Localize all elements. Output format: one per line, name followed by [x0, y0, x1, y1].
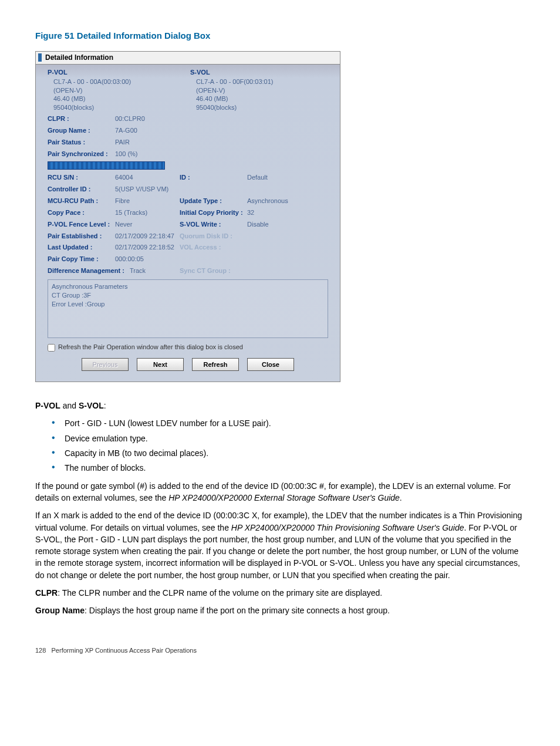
- update-type-value: Asynchronous: [247, 197, 300, 206]
- initial-copy-priority-value: 32: [247, 208, 300, 218]
- group-name-text: : Displays the host group name if the po…: [85, 606, 390, 615]
- diff-management-label: Difference Management :: [48, 266, 130, 276]
- button-row: Previous Next Refresh Close: [48, 358, 328, 371]
- close-button[interactable]: Close: [247, 358, 294, 371]
- clpr-value: 00:CLPR0: [115, 114, 180, 124]
- svol-label: S-VOL: [190, 68, 328, 77]
- pvol-bold: P-VOL: [35, 401, 60, 410]
- svol-write-value: Disable: [247, 220, 300, 229]
- clpr-label: CLPR :: [48, 114, 115, 124]
- async-line3: Error Level :Group: [52, 300, 324, 309]
- title-marker-icon: [38, 53, 42, 62]
- id-value: Default: [247, 173, 300, 183]
- vol-access-label: VOL Access :: [180, 243, 247, 252]
- pair-status-value: PAIR: [115, 138, 180, 147]
- refresh-checkbox[interactable]: [48, 344, 55, 352]
- pvol-and: and: [60, 401, 79, 410]
- pair-copy-time-value: 000:00:05: [115, 255, 180, 264]
- pvol-svol-bullets: Port - GID - LUN (lowest LDEV number for…: [49, 417, 525, 474]
- pair-copy-time-label: Pair Copy Time :: [48, 255, 115, 264]
- sync-ct-group-label: Sync CT Group :: [180, 266, 247, 276]
- controller-id-value: 5(USP V/USP VM): [115, 185, 180, 194]
- id-label: ID :: [180, 173, 247, 183]
- pvol-svol-heading: P-VOL and S-VOL:: [35, 400, 525, 411]
- next-button[interactable]: Next: [137, 358, 184, 371]
- page-number: 128: [35, 647, 46, 654]
- footer-text: Performing XP Continuous Access Pair Ope…: [52, 647, 197, 654]
- group-name-para: Group Name: Displays the host group name…: [35, 605, 525, 616]
- copy-pace-value: 15 (Tracks): [115, 208, 180, 218]
- mcu-rcu-path-value: Fibre: [115, 197, 180, 206]
- svol-line1: CL7-A - 00 - 00F(00:03:01): [190, 77, 328, 86]
- controller-id-label: Controller ID :: [48, 185, 115, 194]
- pvol-line4: 95040(blocks): [48, 103, 188, 112]
- update-type-label: Update Type :: [180, 197, 247, 206]
- mcu-rcu-path-label: MCU-RCU Path :: [48, 197, 115, 206]
- para1b-italic: HP XP24000/XP20000 External Storage Soft…: [168, 493, 400, 502]
- pair-sync-label: Pair Synchronized :: [48, 150, 115, 159]
- pvol-fence-level-value: Never: [115, 220, 180, 229]
- pair-sync-value: 100 (%): [115, 150, 180, 159]
- diff-management-value: Track: [130, 266, 180, 276]
- rcu-sn-label: RCU S/N :: [48, 173, 115, 183]
- list-item: The number of blocks.: [49, 462, 525, 474]
- para2b-italic: HP XP24000/XP20000 Thin Provisioning Sof…: [231, 523, 464, 532]
- dialog-content: P-VOL CL7-A - 00 - 00A(00:03:00) (OPEN-V…: [36, 65, 340, 371]
- title-bar: Detailed Information: [36, 52, 340, 65]
- pair-status-label: Pair Status :: [48, 138, 115, 147]
- quorum-disk-id-label: Quorum Disk ID :: [180, 232, 247, 241]
- svol-bold: S-VOL: [79, 401, 104, 410]
- clpr-para: CLPR: The CLPR number and the CLPR name …: [35, 587, 525, 599]
- figure-caption: Figure 51 Detailed Information Dialog Bo…: [35, 29, 525, 42]
- volume-header-row: P-VOL CL7-A - 00 - 00A(00:03:00) (OPEN-V…: [48, 68, 328, 112]
- initial-copy-priority-label: Initial Copy Priority :: [180, 208, 247, 218]
- rcu-sn-value: 64004: [115, 173, 180, 183]
- svol-line2: (OPEN-V): [190, 86, 328, 95]
- dialog-title: Detailed Information: [45, 53, 113, 63]
- async-line1: Asynchronous Parameters: [52, 282, 324, 291]
- pair-established-label: Pair Established :: [48, 232, 115, 241]
- previous-button: Previous: [82, 358, 129, 371]
- svol-write-label: S-VOL Write :: [180, 220, 247, 229]
- detailed-information-dialog: Detailed Information P-VOL CL7-A - 00 - …: [35, 51, 340, 382]
- list-item: Device emulation type.: [49, 433, 525, 444]
- clpr-text: : The CLPR number and the CLPR name of t…: [58, 588, 382, 598]
- page-footer: 128 Performing XP Continuous Access Pair…: [35, 646, 525, 656]
- refresh-checkbox-label: Refresh the Pair Operation window after …: [58, 343, 243, 352]
- svol-line4: 95040(blocks): [190, 103, 328, 112]
- external-volume-para: If the pound or gate symbol (#) is added…: [35, 480, 525, 504]
- list-item: Capacity in MB (to two decimal places).: [49, 447, 525, 459]
- pvol-line1: CL7-A - 00 - 00A(00:03:00): [48, 77, 188, 86]
- copy-pace-label: Copy Pace :: [48, 208, 115, 218]
- last-updated-value: 02/17/2009 22:18:52: [115, 243, 180, 252]
- refresh-checkbox-row[interactable]: Refresh the Pair Operation window after …: [48, 343, 328, 352]
- clpr-bold: CLPR: [35, 588, 58, 598]
- group-name-value: 7A-G00: [115, 126, 180, 136]
- pvol-line3: 46.40 (MB): [48, 94, 188, 103]
- pvol-colon: :: [104, 401, 106, 410]
- async-parameters-box: Asynchronous Parameters CT Group :3F Err…: [48, 279, 328, 338]
- sync-progress-bar: [48, 161, 328, 170]
- pvol-fence-level-label: P-VOL Fence Level :: [48, 220, 115, 229]
- group-name-label: Group Name :: [48, 126, 115, 136]
- refresh-button[interactable]: Refresh: [192, 358, 239, 371]
- pvol-label: P-VOL: [48, 68, 188, 77]
- list-item: Port - GID - LUN (lowest LDEV number for…: [49, 417, 525, 429]
- pair-established-value: 02/17/2009 22:18:47: [115, 232, 180, 241]
- last-updated-label: Last Updated :: [48, 243, 115, 252]
- pvol-line2: (OPEN-V): [48, 86, 188, 95]
- svol-line3: 46.40 (MB): [190, 94, 328, 103]
- async-line2: CT Group :3F: [52, 291, 324, 300]
- thin-provisioning-para: If an X mark is added to the end of the …: [35, 509, 525, 581]
- para1c: .: [400, 493, 402, 502]
- progress-bar-icon: [48, 161, 165, 170]
- group-name-bold: Group Name: [35, 606, 85, 615]
